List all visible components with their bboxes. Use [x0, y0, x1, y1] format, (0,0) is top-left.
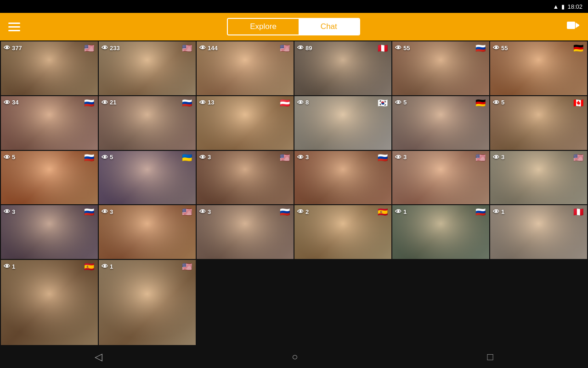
eye-icon: 👁 — [4, 208, 10, 215]
view-count: 👁3 — [395, 154, 407, 161]
country-flag: 🇷🇺 — [84, 154, 95, 161]
view-count: 👁3 — [199, 208, 211, 215]
country-flag: 🇪🇸 — [378, 208, 389, 215]
country-flag: 🇷🇺 — [378, 154, 389, 161]
eye-icon: 👁 — [297, 44, 304, 52]
home-button[interactable]: ○ — [292, 351, 298, 363]
grid-cell[interactable]: 👁1🇷🇺 — [392, 205, 489, 259]
grid-cell[interactable]: 👁8🇰🇷 — [294, 96, 391, 150]
country-flag: 🇰🇷 — [378, 99, 389, 106]
view-count: 👁34 — [4, 99, 18, 106]
tab-explore[interactable]: Explore — [228, 19, 299, 34]
view-count: 👁1 — [102, 263, 113, 270]
view-count: 👁1 — [493, 208, 504, 215]
eye-icon: 👁 — [493, 154, 499, 161]
view-count: 👁1 — [4, 263, 15, 270]
grid-cell[interactable]: 👁1🇪🇸 — [1, 260, 98, 345]
country-flag: 🇷🇺 — [475, 44, 486, 52]
eye-icon: 👁 — [102, 154, 108, 161]
wifi-icon: ▲ — [553, 3, 559, 10]
view-count: 👁8 — [297, 99, 309, 106]
battery-icon: ▮ — [561, 3, 565, 10]
grid-cell[interactable]: 👁1🇺🇸 — [99, 260, 196, 345]
country-flag: 🇺🇸 — [280, 154, 291, 161]
grid-cell[interactable]: 👁3🇺🇸 — [197, 151, 294, 205]
country-flag: 🇺🇸 — [475, 154, 486, 161]
status-bar: ▲ ▮ 18:02 — [0, 0, 588, 13]
eye-icon: 👁 — [4, 154, 10, 161]
hamburger-menu[interactable] — [8, 23, 20, 31]
eye-icon: 👁 — [199, 99, 206, 106]
back-button[interactable]: ◁ — [95, 351, 102, 363]
view-count: 👁55 — [493, 44, 508, 52]
eye-icon: 👁 — [297, 154, 304, 161]
country-flag: 🇺🇸 — [573, 154, 584, 161]
view-count: 👁3 — [199, 154, 211, 161]
grid-cell[interactable]: 👁2🇪🇸 — [294, 205, 391, 259]
country-flag: 🇺🇸 — [182, 263, 193, 270]
view-count: 👁5 — [493, 99, 504, 106]
grid-cell[interactable]: 👁144🇺🇸 — [197, 41, 294, 95]
eye-icon: 👁 — [102, 208, 108, 215]
grid-cell[interactable]: 👁3🇺🇸 — [490, 151, 587, 205]
grid-cell[interactable]: 👁21🇷🇺 — [99, 96, 196, 150]
eye-icon: 👁 — [493, 208, 499, 215]
recent-apps-button[interactable]: □ — [487, 351, 493, 363]
country-flag: 🇷🇺 — [84, 208, 95, 215]
country-flag: 🇦🇹 — [280, 99, 291, 106]
view-count: 👁5 — [395, 99, 407, 106]
video-call-icon[interactable] — [567, 21, 580, 33]
country-flag: 🇵🇪 — [573, 208, 584, 215]
svg-rect-26 — [1, 260, 98, 345]
grid-cell[interactable]: 👁5🇺🇦 — [99, 151, 196, 205]
country-flag: 🇩🇪 — [573, 44, 584, 52]
svg-marker-1 — [576, 23, 579, 28]
grid-cell[interactable]: 👁5🇨🇦 — [490, 96, 587, 150]
eye-icon: 👁 — [4, 44, 10, 52]
country-flag: 🇷🇺 — [475, 208, 486, 215]
country-flag: 🇺🇸 — [280, 44, 291, 52]
grid-cell[interactable]: 👁5🇷🇺 — [1, 151, 98, 205]
grid-cell[interactable]: 👁34🇷🇺 — [1, 96, 98, 150]
grid-cell[interactable]: 👁55🇩🇪 — [490, 41, 587, 95]
view-count: 👁3 — [493, 154, 504, 161]
eye-icon: 👁 — [4, 99, 10, 106]
grid-cell[interactable]: 👁1🇵🇪 — [490, 205, 587, 259]
grid-cell[interactable]: 👁3🇷🇺 — [294, 151, 391, 205]
top-nav: Explore Chat — [0, 13, 588, 40]
grid-cell[interactable]: 👁55🇷🇺 — [392, 41, 489, 95]
user-grid: 👁377🇺🇸 👁233🇺🇸 👁144🇺🇸 — [0, 40, 588, 346]
status-time: 18:02 — [567, 3, 582, 10]
country-flag: 🇨🇦 — [573, 99, 584, 106]
tab-chat[interactable]: Chat — [299, 19, 359, 34]
eye-icon: 👁 — [493, 99, 499, 106]
country-flag: 🇺🇸 — [182, 208, 193, 215]
eye-icon: 👁 — [102, 44, 108, 52]
grid-cell[interactable]: 👁3🇷🇺 — [1, 205, 98, 259]
view-count: 👁21 — [102, 99, 116, 106]
bottom-nav: ◁ ○ □ — [0, 346, 588, 368]
country-flag: 🇷🇺 — [280, 208, 291, 215]
country-flag: 🇺🇸 — [182, 44, 193, 52]
eye-icon: 👁 — [395, 44, 401, 52]
tab-group: Explore Chat — [227, 18, 360, 35]
svg-rect-27 — [99, 260, 196, 345]
grid-cell[interactable]: 👁3🇺🇸 — [99, 205, 196, 259]
grid-cell[interactable]: 👁233🇺🇸 — [99, 41, 196, 95]
eye-icon: 👁 — [102, 99, 108, 106]
grid-cell[interactable]: 👁3🇷🇺 — [197, 205, 294, 259]
eye-icon: 👁 — [395, 99, 401, 106]
view-count: 👁3 — [4, 208, 15, 215]
grid-cell[interactable]: 👁89🇵🇪 — [294, 41, 391, 95]
grid-cell[interactable]: 👁3🇺🇸 — [392, 151, 489, 205]
view-count: 👁3 — [102, 208, 113, 215]
view-count: 👁5 — [102, 154, 113, 161]
view-count: 👁13 — [199, 99, 214, 106]
eye-icon: 👁 — [493, 44, 499, 52]
grid-cell[interactable]: 👁13🇦🇹 — [197, 96, 294, 150]
country-flag: 🇷🇺 — [84, 99, 95, 106]
grid-cell[interactable]: 👁5🇩🇪 — [392, 96, 489, 150]
eye-icon: 👁 — [102, 263, 108, 270]
grid-cell[interactable]: 👁377🇺🇸 — [1, 41, 98, 95]
view-count: 👁1 — [395, 208, 407, 215]
